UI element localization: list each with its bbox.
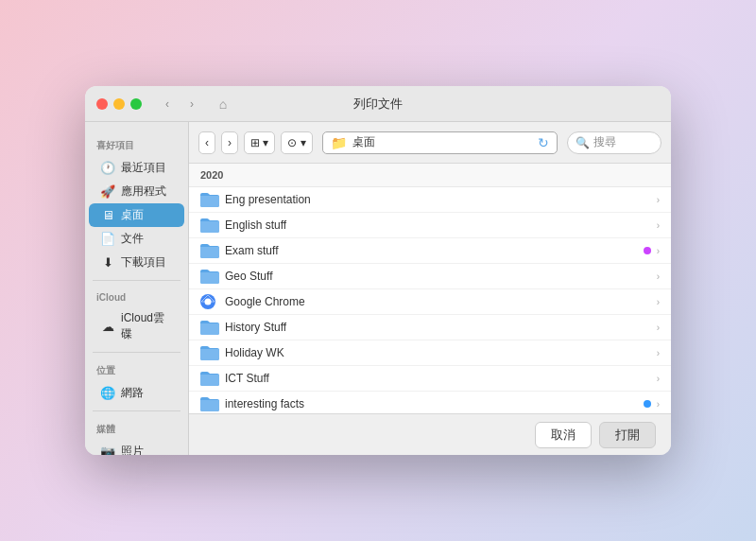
traffic-lights	[96, 98, 142, 110]
chrome-icon	[200, 294, 219, 309]
folder-icon	[200, 243, 219, 258]
list-item[interactable]: interesting facts ›	[189, 392, 671, 413]
chevron-right-icon: ›	[657, 374, 660, 384]
footer: 取消 打開	[189, 413, 671, 455]
finder-window: ‹ › ⌂ 列印文件 喜好項目 🕐 最近項目 🚀 應用程式 🖥 桌面 📄 文	[85, 86, 671, 455]
sidebar-item-downloads[interactable]: ⬇ 下載項目	[89, 251, 184, 274]
network-icon: 🌐	[100, 386, 115, 400]
icloud-label: iCloud	[85, 287, 188, 306]
downloads-icon: ⬇	[100, 255, 115, 270]
file-name: Geo Stuff	[225, 270, 657, 283]
file-name: Holiday WK	[225, 346, 657, 359]
folder-icon	[200, 345, 219, 360]
sidebar-item-label: 下載項目	[121, 254, 166, 270]
action-button[interactable]: ⊙ ▾	[281, 131, 312, 154]
list-item[interactable]: Holiday WK ›	[189, 340, 671, 366]
recents-icon: 🕐	[100, 161, 115, 175]
sidebar: 喜好項目 🕐 最近項目 🚀 應用程式 🖥 桌面 📄 文件 ⬇ 下載項目	[85, 122, 189, 455]
folder-icon	[200, 320, 219, 335]
location-text: 桌面	[352, 134, 532, 150]
search-bar[interactable]: 🔍 搜尋	[567, 131, 662, 154]
media-label: 媒體	[85, 417, 188, 440]
sidebar-item-photos[interactable]: 📷 照片	[89, 440, 184, 455]
forward-button[interactable]: ›	[181, 94, 202, 114]
content-area: 喜好項目 🕐 最近項目 🚀 應用程式 🖥 桌面 📄 文件 ⬇ 下載項目	[85, 122, 671, 455]
divider-1	[93, 280, 180, 281]
chevron-right-icon: ›	[657, 271, 660, 282]
photos-icon: 📷	[100, 445, 115, 455]
sidebar-item-icloud[interactable]: ☁ iCloud雲碟	[89, 306, 184, 346]
file-name: ICT Stuff	[225, 372, 657, 385]
file-name: Exam stuff	[225, 244, 644, 257]
list-item[interactable]: Google Chrome ›	[189, 289, 671, 315]
minimize-button[interactable]	[113, 98, 125, 110]
search-icon: 🔍	[576, 136, 590, 149]
view-toggle-button[interactable]: ⊞ ▾	[244, 131, 275, 154]
list-item[interactable]: Exam stuff ›	[189, 238, 671, 264]
location-bar: 📁 桌面 ↻	[322, 131, 558, 154]
refresh-icon[interactable]: ↻	[538, 135, 549, 150]
file-name: interesting facts	[225, 397, 644, 410]
list-item[interactable]: Geo Stuff ›	[189, 264, 671, 289]
chevron-right-icon: ›	[657, 399, 660, 410]
docs-icon: 📄	[100, 232, 115, 246]
sidebar-item-network[interactable]: 🌐 網路	[89, 381, 184, 405]
chevron-right-icon: ›	[657, 195, 660, 205]
file-name: Google Chrome	[225, 295, 657, 308]
maximize-button[interactable]	[130, 98, 142, 110]
file-list: 2020 Eng presentation › English stuff ›	[189, 164, 671, 413]
sidebar-item-label: 文件	[121, 231, 144, 247]
sidebar-item-label: 應用程式	[121, 183, 166, 200]
folder-icon	[200, 269, 219, 284]
toolbar: ‹ › ⊞ ▾ ⊙ ▾ 📁 桌面 ↻ 🔍 搜尋	[189, 122, 671, 164]
open-button[interactable]: 打開	[599, 422, 656, 448]
sidebar-item-apps[interactable]: 🚀 應用程式	[89, 180, 184, 203]
sidebar-item-label: 網路	[121, 385, 144, 401]
chevron-right-icon: ›	[657, 220, 660, 231]
folder-icon	[200, 396, 219, 411]
window-title: 列印文件	[353, 96, 403, 113]
main-area: ‹ › ⊞ ▾ ⊙ ▾ 📁 桌面 ↻ 🔍 搜尋 2020	[189, 122, 671, 455]
titlebar: ‹ › ⌂ 列印文件	[85, 86, 671, 122]
sidebar-item-recents[interactable]: 🕐 最近項目	[89, 156, 184, 180]
list-item[interactable]: Eng presentation ›	[189, 187, 671, 213]
folder-icon	[200, 371, 219, 386]
chevron-right-icon: ›	[657, 297, 660, 307]
icloud-icon: ☁	[100, 320, 115, 334]
sidebar-item-desktop[interactable]: 🖥 桌面	[89, 203, 184, 227]
chevron-right-icon: ›	[657, 323, 660, 333]
divider-2	[93, 352, 180, 353]
location-folder-icon: 📁	[331, 135, 347, 150]
desktop-icon: 🖥	[100, 208, 115, 222]
sidebar-item-label: 最近項目	[121, 160, 166, 176]
back-nav-button[interactable]: ‹	[198, 131, 215, 154]
nav-buttons: ‹ ›	[157, 94, 202, 114]
sidebar-item-label: 桌面	[121, 207, 144, 223]
list-item[interactable]: History Stuff ›	[189, 315, 671, 340]
sidebar-item-label: iCloud雲碟	[121, 310, 173, 342]
divider-3	[93, 410, 180, 411]
year-header: 2020	[189, 164, 671, 187]
folder-icon	[200, 218, 219, 233]
file-name: Eng presentation	[225, 193, 657, 206]
forward-nav-button[interactable]: ›	[221, 131, 238, 154]
list-item[interactable]: ICT Stuff ›	[189, 366, 671, 392]
folder-icon	[200, 192, 219, 207]
apps-icon: 🚀	[100, 184, 115, 199]
file-name: History Stuff	[225, 321, 657, 334]
chevron-right-icon: ›	[657, 246, 660, 256]
back-button[interactable]: ‹	[157, 94, 178, 114]
cancel-button[interactable]: 取消	[535, 422, 592, 448]
favorites-label: 喜好項目	[85, 133, 188, 156]
file-name: English stuff	[225, 218, 657, 232]
file-dot	[644, 400, 651, 408]
list-item[interactable]: English stuff ›	[189, 213, 671, 238]
home-button[interactable]: ⌂	[210, 94, 236, 114]
file-dot	[644, 247, 651, 254]
sidebar-item-label: 照片	[121, 444, 144, 455]
location-label: 位置	[85, 358, 188, 381]
sidebar-item-docs[interactable]: 📄 文件	[89, 227, 184, 251]
search-placeholder: 搜尋	[593, 134, 616, 150]
chevron-right-icon: ›	[657, 348, 660, 358]
close-button[interactable]	[96, 98, 108, 110]
